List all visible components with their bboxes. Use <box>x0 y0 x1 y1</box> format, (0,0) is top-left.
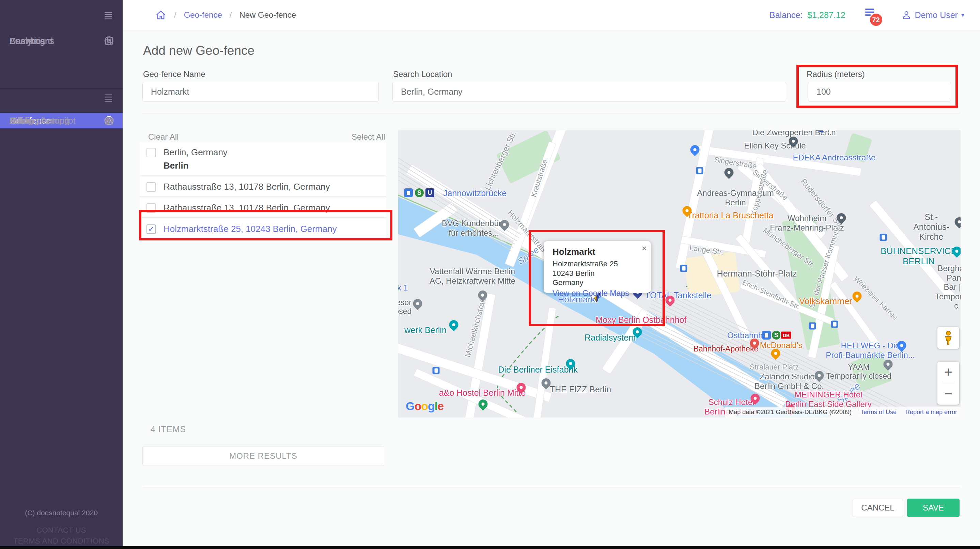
result-text: Rathausstraße 13, 10178 Berlin, Germany <box>164 181 330 192</box>
breadcrumb-current: New Geo-fence <box>239 10 296 20</box>
result-text: Holzmarktstraße 25, 10243 Berlin, German… <box>164 224 337 234</box>
map-label: TOTAL Tankstelle <box>645 291 711 301</box>
map-label: THE FIZZ Berlin <box>550 385 611 395</box>
balance-label: Balance: <box>770 10 803 20</box>
map-label: Moxy Berlin Ostbahnhof <box>596 315 687 325</box>
geo-fence-app: Dashboard Campaigns Analytics <box>0 0 980 549</box>
map-label: St.-Antonius-Kirche <box>913 212 949 242</box>
result-row[interactable]: ✓ Rathausstraße 13, 10178 Berlin, German… <box>140 177 386 197</box>
map-pin: DB <box>780 331 792 339</box>
map-pin: U <box>425 188 434 197</box>
divider <box>142 487 961 487</box>
map-pin <box>696 167 703 174</box>
balance-value: $1,287.12 <box>807 10 845 20</box>
breadcrumb: / Geo-fence / New Geo-fence <box>155 0 296 30</box>
geofence-name-input[interactable] <box>142 82 379 102</box>
map-label: Jannowitzbrücke <box>443 188 506 198</box>
map-label: Berghain | Pano Bar | S Temporarily c <box>935 264 961 310</box>
map-label: BVG Kundenbüro für erhöhtes... <box>442 219 506 237</box>
map[interactable]: JannowitzbrückeBVG Kundenbüro für erhöht… <box>398 130 961 417</box>
result-row[interactable]: ✓ Rathausstraße 13, 10178 Berlin, German… <box>140 198 386 218</box>
topbar: / Geo-fence / New Geo-fence Balance: $1,… <box>123 0 980 30</box>
result-row[interactable]: ✓ Berlin, Germany Berlin <box>140 142 386 175</box>
search-location-input[interactable] <box>392 82 786 102</box>
map-label: Stralauer Platz <box>750 363 799 371</box>
map-pin <box>433 367 440 374</box>
map-label: Zalando Studios Berlin GmbH & Co. <box>754 372 824 391</box>
map-label: Park 1 <box>398 283 408 293</box>
infowindow-address3: Germany <box>552 278 644 288</box>
checkbox[interactable]: ✓ <box>146 148 156 158</box>
close-icon[interactable]: × <box>642 244 647 253</box>
view-on-google-maps-link[interactable]: View on Google Maps <box>552 289 644 298</box>
result-text: Rathausstraße 13, 10178 Berlin, Germany <box>164 203 330 213</box>
result-subtext: Berlin <box>164 161 228 171</box>
map-label: Die Berliner Eisfabrik <box>498 365 578 375</box>
street-view-pegman[interactable] <box>937 327 959 349</box>
zoom-out-button[interactable]: − <box>937 383 959 404</box>
infowindow-title: Holzmarkt <box>552 247 644 257</box>
map-label: YAAM Temporarily closed <box>826 363 891 381</box>
user-icon <box>901 10 912 20</box>
map-pin <box>809 323 816 330</box>
breadcrumb-separator: / <box>229 10 232 20</box>
map-label: McDonald's <box>760 341 803 350</box>
map-label: EDEKA Andreasstraße <box>793 153 876 162</box>
result-row[interactable]: ✓ Holzmarktstraße 25, 10243 Berlin, Germ… <box>140 219 386 239</box>
user-name: Demo User <box>915 10 958 20</box>
pegman-icon <box>943 330 954 345</box>
copyright-text: (C) doesnotequal 2020 <box>0 509 123 517</box>
checkbox[interactable]: ✓ <box>146 224 156 234</box>
screen-bottom-edge <box>0 546 980 549</box>
map-label: a&o Hostel Berlin Mitte <box>439 388 526 398</box>
save-button[interactable]: SAVE <box>907 499 959 517</box>
radius-input[interactable] <box>808 82 951 102</box>
map-label: Vattenfall Wärme Berlin AG, Heizkraftwer… <box>430 267 515 285</box>
checkbox[interactable]: ✓ <box>146 203 156 213</box>
select-all-link[interactable]: Select All <box>352 132 385 142</box>
sidebar-footer: (C) doesnotequal 2020 CONTACT US TERMS A… <box>0 509 123 546</box>
map-label: werk Berlin <box>404 325 447 335</box>
hamburger-menu-icon[interactable] <box>102 10 115 21</box>
terms-of-use-link[interactable]: Terms of Use <box>861 409 897 416</box>
cancel-button[interactable]: CANCEL <box>853 499 903 517</box>
geofence-name-label: Geo-fence Name <box>143 70 205 79</box>
map-pin <box>880 234 887 241</box>
sidebar-item[interactable]: Admin <box>0 113 123 128</box>
report-map-error-link[interactable]: Report a map error <box>905 409 957 416</box>
terms-link[interactable]: TERMS AND CONDITIONS <box>0 537 123 546</box>
google-logo: Google <box>406 399 444 413</box>
sidebar: Dashboard Campaigns Analytics <box>0 0 123 549</box>
infowindow-address2: 10243 Berlin <box>552 269 644 278</box>
checkbox[interactable]: ✓ <box>146 182 156 192</box>
radius-label: Radius (meters) <box>807 70 865 79</box>
user-menu[interactable]: Demo User ▾ <box>901 10 964 20</box>
map-infowindow: × Holzmarkt Holzmarktstraße 25 10243 Ber… <box>544 241 651 293</box>
result-text: Berlin, Germany Berlin <box>164 147 228 171</box>
map-label: Radialsystem <box>584 333 636 343</box>
page-title: Add new Geo-fence <box>143 44 255 58</box>
map-pin <box>762 331 771 339</box>
search-location-label: Search Location <box>393 70 452 79</box>
notifications-icon[interactable]: 72 <box>864 5 883 25</box>
clear-all-link[interactable]: Clear All <box>148 132 178 142</box>
notification-badge: 72 <box>870 14 882 26</box>
map-label: Trattoria La Bruschetta <box>687 210 773 220</box>
attribution-text: Map data ©2021 GeoBasis-DE/BKG (©2009) <box>729 409 851 416</box>
map-pin: S <box>772 331 781 339</box>
hamburger-menu-icon[interactable] <box>102 92 115 103</box>
divider <box>142 113 961 113</box>
map-label: Bahnhof-Apotheke <box>694 344 759 353</box>
map-label: MEININGER Hotel Berlin East Side Gallery <box>785 390 871 409</box>
zoom-in-button[interactable]: + <box>937 362 959 383</box>
sidebar-divider <box>0 88 123 89</box>
infowindow-address1: Holzmarktstraße 25 <box>552 259 644 269</box>
sidebar-item-icon <box>103 35 115 46</box>
sidebar-item[interactable]: Analytics <box>0 31 123 51</box>
map-pin <box>831 321 838 328</box>
breadcrumb-separator: / <box>174 10 177 20</box>
contact-us-link[interactable]: CONTACT US <box>0 526 123 535</box>
breadcrumb-geo-fence[interactable]: Geo-fence <box>184 10 222 20</box>
more-results-button[interactable]: MORE RESULTS <box>142 446 384 466</box>
home-icon[interactable] <box>155 9 167 21</box>
